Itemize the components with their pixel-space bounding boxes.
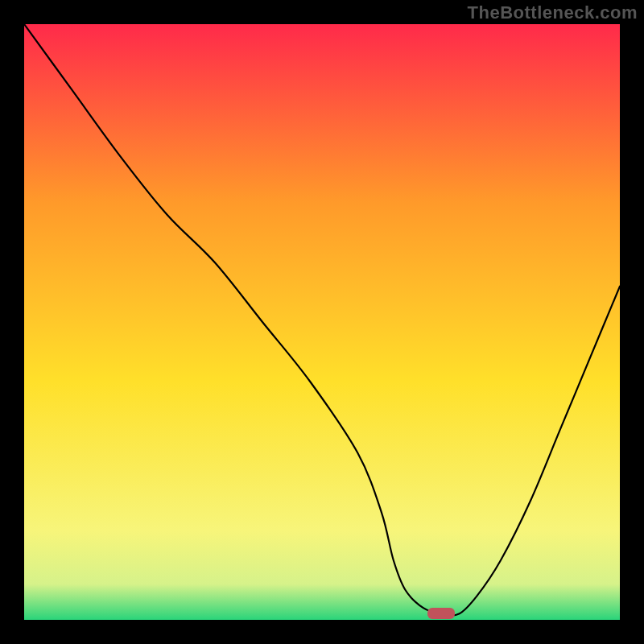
plot-background [24, 24, 620, 620]
plot-svg [24, 24, 620, 620]
optimum-marker [427, 608, 455, 619]
watermark-text: TheBottleneck.com [468, 2, 638, 23]
plot-area [24, 24, 620, 620]
chart-frame: TheBottleneck.com [0, 0, 644, 644]
